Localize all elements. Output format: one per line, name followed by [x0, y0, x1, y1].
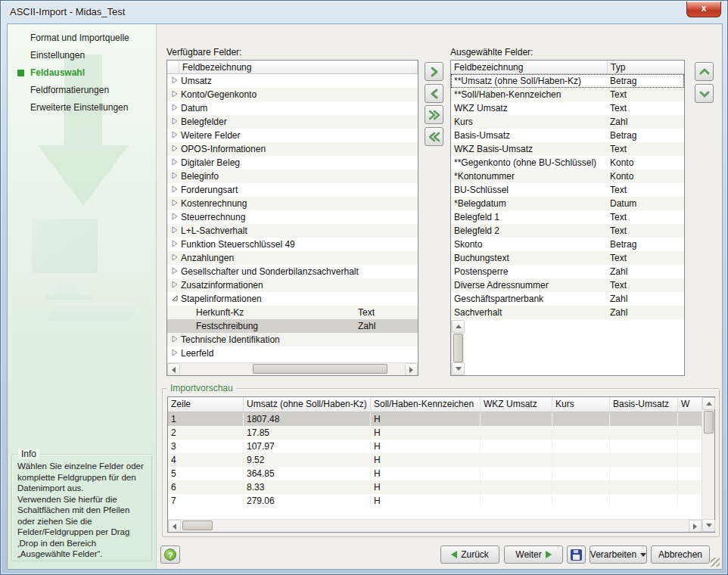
tree-row[interactable]: Konto/Gegenkonto — [167, 88, 418, 101]
sidebar-item-erweiterte-einstellungen[interactable]: Erweiterte Einstellungen — [8, 100, 156, 115]
process-dropdown-button[interactable]: Verarbeiten — [590, 545, 647, 564]
scroll-right-icon[interactable] — [405, 363, 418, 375]
sidebar-item-einstellungen[interactable]: Einstellungen — [8, 48, 156, 63]
selected-field-row[interactable]: *KontonummerKonto — [451, 169, 684, 183]
preview-row[interactable]: 7279.06H — [168, 494, 702, 508]
selected-list-header[interactable]: Feldbezeichnung Typ — [451, 61, 684, 74]
help-button[interactable]: ? — [160, 545, 180, 564]
collapsed-icon[interactable] — [169, 333, 181, 347]
preview-column-header[interactable]: Basis-Umsatz — [610, 397, 678, 412]
remove-field-button[interactable] — [425, 84, 443, 103]
preview-vscrollbar[interactable] — [702, 397, 714, 532]
selected-field-row[interactable]: KursZahl — [451, 115, 684, 129]
tree-row[interactable]: Digitaler Beleg — [167, 156, 418, 169]
scroll-left-icon[interactable] — [168, 520, 181, 532]
selected-field-row[interactable]: **Soll/Haben-KennzeichenText — [451, 88, 684, 101]
sidebar-item-feldauswahl[interactable]: Feldauswahl — [8, 65, 156, 80]
selected-field-row[interactable]: PostensperreZahl — [451, 265, 684, 278]
scroll-up-icon[interactable] — [452, 320, 465, 333]
preview-row[interactable]: 49.52H — [168, 453, 702, 467]
preview-row[interactable]: 5364.85H — [168, 467, 702, 480]
import-preview-table[interactable]: ZeileUmsatz (ohne Soll/Haben-Kz)Soll/Hab… — [167, 396, 715, 533]
tree-row[interactable]: Steuerrechnung — [167, 210, 418, 224]
scroll-left-icon[interactable] — [167, 363, 180, 375]
collapsed-icon[interactable] — [169, 156, 181, 169]
preview-column-header[interactable]: Kurs — [552, 397, 610, 412]
tree-row[interactable]: Anzahlungen — [167, 251, 418, 265]
preview-column-header[interactable]: WKZ Umsatz — [481, 397, 552, 412]
collapsed-icon[interactable] — [169, 347, 181, 360]
tree-row[interactable]: Stapelinformationen — [167, 292, 418, 306]
selected-field-row[interactable]: BuchungstextText — [451, 251, 684, 265]
collapsed-icon[interactable] — [169, 251, 181, 265]
selected-field-row[interactable]: WKZ Basis-UmsatzText — [451, 142, 684, 156]
collapsed-icon[interactable] — [169, 197, 181, 210]
save-button[interactable] — [567, 545, 586, 564]
tree-row[interactable]: OPOS-Informationen — [167, 142, 418, 156]
sidebar-item-feldformatierungen[interactable]: Feldformatierungen — [8, 82, 156, 98]
selected-field-row[interactable]: Belegfeld 1Text — [451, 210, 684, 224]
collapsed-icon[interactable] — [169, 210, 181, 224]
available-fields-list[interactable]: Feldbezeichnung UmsatzKonto/GegenkontoDa… — [166, 60, 418, 376]
collapsed-icon[interactable] — [169, 238, 181, 251]
selected-field-row[interactable]: WKZ UmsatzText — [451, 101, 684, 115]
preview-hscrollbar[interactable] — [168, 519, 702, 532]
add-field-button[interactable] — [425, 62, 443, 81]
collapsed-icon[interactable] — [169, 115, 181, 129]
scroll-down-icon[interactable] — [452, 362, 465, 375]
collapsed-icon[interactable] — [169, 74, 181, 88]
cancel-button[interactable]: Abbrechen — [651, 545, 710, 564]
tree-row[interactable]: Funktion Steuerschlüssel 49 — [167, 238, 418, 251]
remove-all-fields-button[interactable] — [425, 127, 443, 146]
available-list-header[interactable]: Feldbezeichnung — [167, 61, 418, 74]
collapsed-icon[interactable] — [169, 101, 181, 115]
tree-row[interactable]: Umsatz — [167, 74, 418, 88]
collapsed-icon[interactable] — [169, 265, 181, 278]
tree-row[interactable]: Beleginfo — [167, 169, 418, 183]
scroll-right-icon[interactable] — [689, 520, 702, 532]
collapsed-icon[interactable] — [169, 169, 181, 183]
move-field-down-button[interactable] — [695, 84, 714, 103]
vscroll-thumb[interactable] — [453, 334, 463, 362]
collapsed-icon[interactable] — [169, 278, 181, 292]
add-all-fields-button[interactable] — [425, 105, 443, 124]
selected-vscrollbar[interactable] — [451, 320, 464, 375]
preview-column-header[interactable]: Soll/Haben-Kennzeichen — [371, 397, 481, 412]
tree-row[interactable]: Gesellschafter und Sonderbilanzsachverha… — [167, 265, 418, 278]
hscroll-thumb[interactable] — [253, 364, 387, 374]
selected-field-row[interactable]: *BelegdatumDatum — [451, 197, 684, 210]
preview-row[interactable]: 68.33H — [168, 480, 702, 494]
preview-row[interactable]: 217.85H — [168, 426, 702, 440]
selected-field-row[interactable]: BU-SchlüsselText — [451, 183, 684, 197]
selected-field-row[interactable]: Basis-UmsatzBetrag — [451, 129, 684, 142]
collapsed-icon[interactable] — [169, 142, 181, 156]
selected-field-row[interactable]: SkontoBetrag — [451, 238, 684, 251]
scroll-up-icon[interactable] — [702, 397, 715, 410]
tree-row[interactable]: FestschreibungZahl — [167, 319, 418, 333]
selected-field-row[interactable]: **Umsatz (ohne Soll/Haben-Kz)Betrag — [451, 74, 684, 88]
vscroll-thumb[interactable] — [704, 411, 714, 434]
scroll-down-icon[interactable] — [702, 519, 715, 532]
preview-row[interactable]: 11807.48H — [168, 412, 702, 426]
selected-field-row[interactable]: Diverse AdressnummerText — [451, 278, 684, 292]
tree-row[interactable]: Datum — [167, 101, 418, 115]
selected-fields-list[interactable]: Feldbezeichnung Typ **Umsatz (ohne Soll/… — [450, 60, 685, 376]
collapsed-icon[interactable] — [169, 224, 181, 238]
collapsed-icon[interactable] — [169, 88, 181, 101]
preview-row[interactable]: 3107.97H — [168, 440, 702, 453]
column-header-typ[interactable]: Typ — [608, 61, 684, 73]
preview-header-row[interactable]: ZeileUmsatz (ohne Soll/Haben-Kz)Soll/Hab… — [168, 397, 702, 412]
selected-field-row[interactable]: GeschäftspartnerbankZahl — [451, 292, 684, 306]
preview-column-header[interactable]: Umsatz (ohne Soll/Haben-Kz) — [244, 397, 371, 412]
tree-row[interactable]: Belegfelder — [167, 115, 418, 129]
tree-row[interactable]: Leerfeld — [167, 347, 418, 360]
collapsed-icon[interactable] — [169, 183, 181, 197]
tree-row[interactable]: L+L-Sachverhalt — [167, 224, 418, 238]
back-button[interactable]: Zurück — [440, 545, 499, 564]
selected-field-row[interactable]: **Gegenkonto (ohne BU-Schlüssel)Konto — [451, 156, 684, 169]
collapsed-icon[interactable] — [169, 129, 181, 142]
tree-row[interactable]: Weitere Felder — [167, 129, 418, 142]
selected-field-row[interactable]: ZinssperreZahl — [451, 319, 684, 320]
available-hscrollbar[interactable] — [167, 362, 418, 375]
move-field-up-button[interactable] — [695, 62, 714, 81]
